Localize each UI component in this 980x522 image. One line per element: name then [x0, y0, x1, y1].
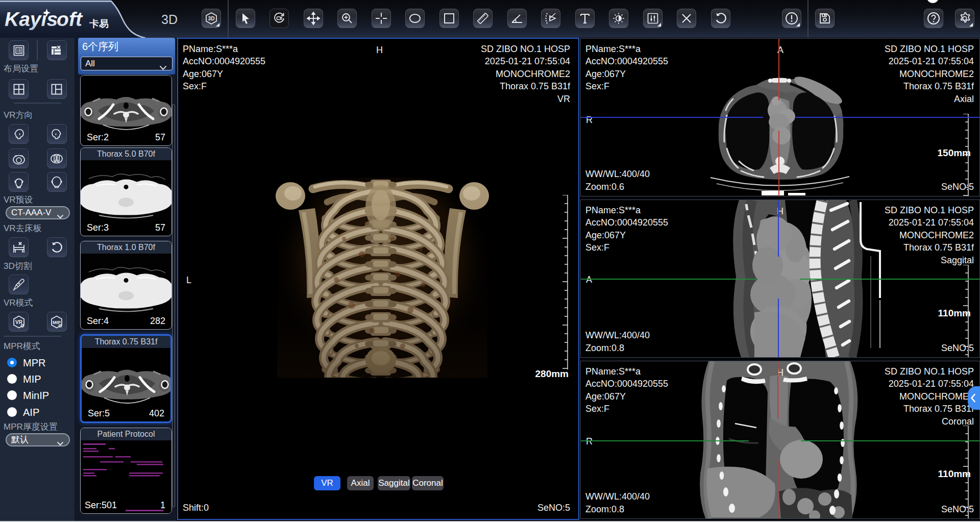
svg-text:MIP: MIP	[53, 320, 61, 325]
svg-text:3D: 3D	[208, 16, 215, 21]
svg-text:Kayisoft: Kayisoft	[5, 8, 83, 30]
svg-text:卡易: 卡易	[89, 18, 109, 29]
svg-text:VR: VR	[15, 319, 23, 325]
